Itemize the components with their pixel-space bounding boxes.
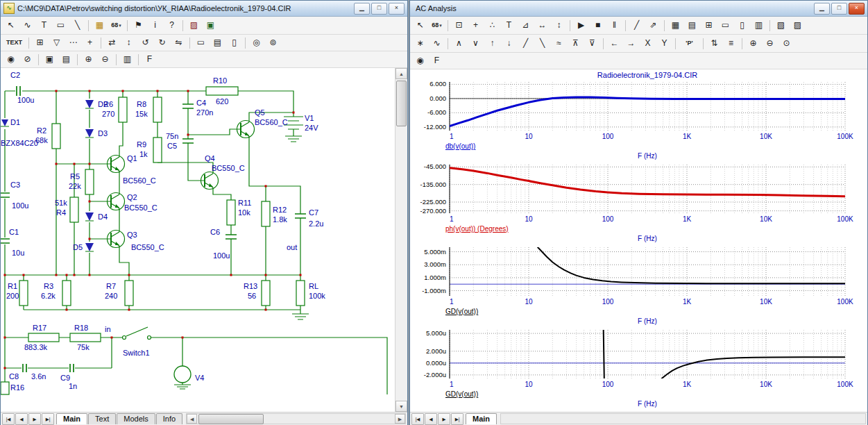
- pause-button[interactable]: ‖: [606, 18, 622, 33]
- cursor-left-button[interactable]: ←: [606, 36, 622, 51]
- flip-horizontal-button[interactable]: ⇄: [104, 35, 120, 50]
- text-mode-button[interactable]: T: [36, 18, 52, 33]
- tab-first[interactable]: |◀: [411, 413, 424, 425]
- goto-x-button[interactable]: X: [640, 36, 656, 51]
- global-high-button[interactable]: ⊼: [568, 36, 584, 51]
- waveform-text-button[interactable]: T: [501, 18, 517, 33]
- horizontal-scrollbar[interactable]: [500, 413, 866, 424]
- tab-first[interactable]: |◀: [2, 413, 15, 425]
- cross-hair-button[interactable]: +: [82, 35, 98, 50]
- goto-y-button[interactable]: Y: [656, 36, 672, 51]
- zoom-out-button[interactable]: ⊖: [762, 36, 778, 51]
- no-connect-button[interactable]: ⊘: [19, 52, 35, 67]
- p-key-button[interactable]: 'P': [679, 36, 700, 51]
- tag-vertical-button[interactable]: ↕: [551, 18, 567, 33]
- zoom-out-button[interactable]: ⊖: [97, 52, 113, 67]
- cursor-right-button[interactable]: →: [623, 36, 639, 51]
- point-tag-button[interactable]: ∴: [484, 18, 500, 33]
- flip-vertical-button[interactable]: ↕: [121, 35, 137, 50]
- zoom-in-button[interactable]: ⊕: [80, 52, 96, 67]
- cursor-line-button[interactable]: ⇗: [645, 18, 661, 33]
- rotate-ccw-button[interactable]: ↺: [137, 35, 153, 50]
- tab-last[interactable]: ▶|: [451, 413, 463, 425]
- tab-prev[interactable]: ◀: [425, 413, 437, 425]
- tab-last[interactable]: ▶|: [42, 413, 54, 425]
- measure-mode-button[interactable]: ⊿: [518, 18, 534, 33]
- cleanup-button[interactable]: ≡: [723, 36, 739, 51]
- cursor-mode-button[interactable]: +: [468, 18, 484, 33]
- wire-mode-button[interactable]: ∿: [19, 18, 35, 33]
- copy-bitmap-button[interactable]: ▤: [58, 52, 74, 67]
- periodic-steady-button[interactable]: ◉: [412, 53, 428, 68]
- close-button[interactable]: ×: [849, 3, 865, 15]
- data-points-button[interactable]: ▦: [667, 18, 683, 33]
- tab-main[interactable]: Main: [56, 413, 87, 424]
- animate-options-button[interactable]: ∗: [412, 36, 428, 51]
- text-attributes-button[interactable]: TEXT: [3, 35, 26, 50]
- slope-up-button[interactable]: ╱: [518, 36, 534, 51]
- color-settings-button[interactable]: ▨: [186, 18, 202, 33]
- tab-text[interactable]: Text: [88, 413, 116, 424]
- polyline-mode-button[interactable]: ▭: [53, 18, 69, 33]
- schematic-titlebar[interactable]: ∿ C:\MC9\DATA\Petrov\switching distortio…: [1, 1, 407, 17]
- node-numbers-button[interactable]: ▽: [49, 35, 65, 50]
- analysis-plot-2[interactable]: -45.000-135.000-225.000-270.0001101001K1…: [412, 161, 865, 244]
- panel-layout-button[interactable]: ▧: [773, 18, 789, 33]
- slope-down-button[interactable]: ╲: [534, 36, 550, 51]
- performance-mode-button[interactable]: ∿: [429, 36, 445, 51]
- tab-info[interactable]: Info: [156, 413, 182, 424]
- baseline-toggle-button[interactable]: ▥: [751, 18, 767, 33]
- horizontal-scroll-track[interactable]: [197, 414, 395, 424]
- waveform-label-4[interactable]: GD(v(out)): [445, 390, 478, 398]
- horizontal-grid-button[interactable]: ▭: [717, 18, 733, 33]
- zoom-select-button[interactable]: ▭: [193, 35, 209, 50]
- copy-clipboard-button[interactable]: ▣: [42, 52, 58, 67]
- line-mode-button[interactable]: ╲: [69, 18, 85, 33]
- minimize-button[interactable]: ▁: [354, 3, 370, 15]
- ac-analysis-titlebar[interactable]: AC Analysis ▁ □ ×: [410, 1, 867, 17]
- tag-horizontal-button[interactable]: ↔: [534, 18, 550, 33]
- vertical-grid-button[interactable]: ▯: [734, 18, 750, 33]
- scroll-down-button[interactable]: ▼: [395, 401, 407, 412]
- pin-connections-button[interactable]: ⊞: [32, 35, 48, 50]
- close-button[interactable]: ×: [389, 3, 405, 15]
- info-button[interactable]: ◉: [3, 52, 19, 67]
- restore-button[interactable]: □: [831, 3, 847, 15]
- part-68-button[interactable]: 68▾: [108, 18, 124, 33]
- horizontal-scrollbar[interactable]: ◀ ▶: [186, 413, 406, 424]
- select-tool-button[interactable]: ↖: [412, 18, 428, 33]
- help-mode-button[interactable]: ?: [164, 18, 180, 33]
- zoom-fit-button[interactable]: ⊙: [778, 36, 794, 51]
- tab-models[interactable]: Models: [117, 413, 155, 424]
- font-button[interactable]: F: [429, 53, 445, 68]
- restore-button[interactable]: □: [371, 3, 387, 15]
- valley-button[interactable]: ∨: [468, 36, 484, 51]
- part-68-button[interactable]: 68▾: [429, 18, 445, 33]
- mirror-button[interactable]: ⇋: [171, 35, 187, 50]
- stop-button[interactable]: ■: [590, 18, 606, 33]
- waveform-label-2[interactable]: ph(v(out)) (Degrees): [445, 225, 509, 233]
- inflection-button[interactable]: ≈: [551, 36, 567, 51]
- low-button[interactable]: ↓: [501, 36, 517, 51]
- scale-mode-button[interactable]: ⊡: [451, 18, 467, 33]
- component-bin-button[interactable]: ▦: [92, 18, 108, 33]
- scroll-right-button[interactable]: ▶: [395, 414, 405, 424]
- tab-next[interactable]: ▶: [438, 413, 450, 425]
- info-mode-button[interactable]: i: [147, 18, 163, 33]
- goto-branch-button[interactable]: ⇅: [706, 36, 722, 51]
- minimize-button[interactable]: ▁: [814, 3, 830, 15]
- analysis-plot-3[interactable]: 5.000m3.000m1.000m-1.000m1101001K10K100K…: [412, 244, 865, 326]
- sheet-properties-button[interactable]: ▤: [210, 35, 225, 50]
- tab-prev[interactable]: ◀: [15, 413, 28, 425]
- waveform-label-1[interactable]: db(v(out)): [445, 142, 475, 150]
- tab-main[interactable]: Main: [466, 413, 497, 424]
- peak-button[interactable]: ∧: [451, 36, 467, 51]
- scroll-left-button[interactable]: ◀: [187, 414, 197, 424]
- high-button[interactable]: ↑: [484, 36, 500, 51]
- schematic-canvas[interactable]: C2100uD1BZX84C20C3100uC110uR268k51kR4D2D…: [1, 68, 395, 412]
- plot-area[interactable]: 6.0000.000-6.000-12.0001101001K10K100KRa…: [410, 69, 867, 412]
- vertical-scroll-track[interactable]: [395, 79, 407, 401]
- analysis-plot-4[interactable]: 5.000u2.000u0.000u-2.000u1101001K10K100K…: [412, 326, 865, 409]
- tab-next[interactable]: ▶: [28, 413, 41, 425]
- line-tool-button[interactable]: ╱: [629, 18, 645, 33]
